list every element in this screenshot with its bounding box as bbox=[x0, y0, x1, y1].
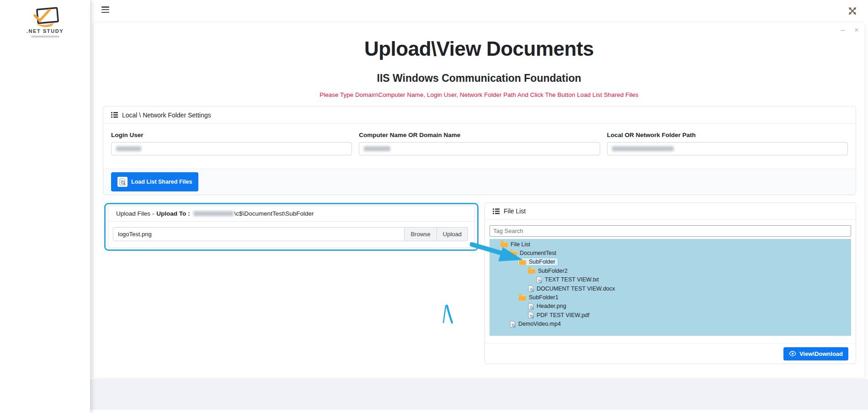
redacted-value bbox=[612, 146, 674, 151]
list-icon bbox=[111, 112, 118, 118]
tree-row: TEXT TEST VIEW.txt bbox=[490, 275, 851, 284]
logo: .NET STUDY bbox=[0, 5, 90, 37]
login-user-label: Login User bbox=[111, 132, 352, 138]
redacted-value bbox=[364, 146, 390, 151]
upload-panel-header: Upload Files - Upload To : \c$\DocumentT… bbox=[108, 206, 474, 222]
file-list-panel: File List File List DocumentTest SubFold bbox=[485, 202, 856, 364]
settings-panel-header: Local \ Network Folder Settings bbox=[103, 106, 856, 124]
folder-icon bbox=[519, 260, 526, 265]
file-preview-icon bbox=[528, 285, 534, 292]
page-subtitle: IIS Windows Communication Foundation bbox=[94, 72, 864, 85]
file-preview-icon bbox=[510, 321, 516, 328]
folder-path-label: Local OR Network Folder Path bbox=[607, 132, 848, 138]
view-download-button[interactable]: View\Download bbox=[783, 347, 848, 360]
browse-button[interactable]: Browse bbox=[405, 227, 437, 241]
redacted-value bbox=[116, 146, 141, 151]
list-icon bbox=[493, 208, 500, 214]
tree-row: SubFolder2 bbox=[490, 266, 851, 275]
tree-node-subfolder1[interactable]: SubFolder1 bbox=[517, 293, 561, 302]
page-title: Upload\View Documents bbox=[94, 37, 864, 60]
folder-icon bbox=[501, 242, 508, 247]
page-footer-strip bbox=[90, 379, 868, 410]
tree-node-label: DemoVideo.mp4 bbox=[518, 321, 561, 327]
computer-name-input[interactable] bbox=[359, 142, 600, 155]
tree-row: DemoVideo.mp4 bbox=[490, 320, 851, 328]
tree-node-label: SubFolder2 bbox=[538, 268, 568, 274]
upload-panel-title: Upload Files - bbox=[116, 210, 154, 217]
tree-row: SubFolder1 bbox=[490, 293, 851, 302]
minimize-button[interactable]: – bbox=[838, 25, 848, 35]
expand-arrows-icon[interactable] bbox=[847, 5, 858, 16]
folder-path-input[interactable] bbox=[607, 142, 848, 155]
network-folder-settings-panel: Local \ Network Folder Settings Login Us… bbox=[103, 106, 856, 195]
instruction-notice: Please Type Domain\Computer Name, Login … bbox=[94, 91, 864, 98]
sidebar: .NET STUDY bbox=[0, 0, 90, 413]
tag-search-input[interactable] bbox=[490, 225, 851, 237]
upload-filename-input[interactable] bbox=[113, 227, 405, 241]
tree-row: File List bbox=[490, 240, 851, 249]
eye-icon bbox=[789, 351, 796, 356]
load-list-shared-files-button[interactable]: Load List Shared Files bbox=[111, 172, 198, 191]
close-button[interactable]: × bbox=[852, 25, 862, 35]
tree-node-subfolder-selected[interactable]: SubFolder bbox=[517, 258, 558, 266]
settings-panel-footer: Load List Shared Files bbox=[103, 169, 856, 195]
search-document-icon bbox=[117, 177, 128, 187]
tree-node-header-png[interactable]: Header.png bbox=[527, 302, 569, 311]
settings-panel-title: Local \ Network Folder Settings bbox=[122, 111, 211, 119]
tree-node-text-test-view[interactable]: TEXT TEST VIEW.txt bbox=[535, 275, 602, 284]
file-list-panel-header: File List bbox=[485, 203, 856, 220]
tree-row: DocumentTest bbox=[490, 249, 851, 257]
folder-icon bbox=[519, 296, 526, 301]
tree-node-demovideo[interactable]: DemoVideo.mp4 bbox=[508, 320, 564, 328]
tree-node-documenttest[interactable]: DocumentTest bbox=[508, 249, 559, 257]
upload-button[interactable]: Upload bbox=[437, 227, 468, 241]
menu-toggle-icon[interactable] bbox=[101, 6, 109, 13]
file-preview-icon bbox=[528, 303, 534, 310]
upload-files-panel: Upload Files - Upload To : \c$\DocumentT… bbox=[108, 206, 475, 248]
computer-name-label: Computer Name OR Domain Name bbox=[359, 132, 600, 138]
tree-node-pdf-test-view[interactable]: PDF TEST VIEW.pdf bbox=[527, 311, 592, 319]
tree-node-label: SubFolder1 bbox=[529, 294, 559, 301]
logo-title: .NET STUDY bbox=[27, 28, 64, 34]
tree-node-label: DOCUMENT TEST VIEW.docx bbox=[537, 286, 615, 292]
upload-to-label: Upload To : bbox=[156, 210, 190, 217]
login-user-input[interactable] bbox=[111, 142, 352, 155]
tree-row: PDF TEST VIEW.pdf bbox=[490, 311, 851, 319]
view-download-label: View\Download bbox=[799, 350, 843, 357]
file-preview-icon bbox=[528, 312, 534, 318]
redacted-computer-name bbox=[193, 211, 234, 216]
net-study-logo-icon bbox=[28, 5, 62, 27]
load-button-label: Load List Shared Files bbox=[131, 179, 192, 185]
tree-node-label: SubFolder bbox=[529, 259, 555, 265]
tree-node-file-list[interactable]: File List bbox=[499, 240, 533, 249]
tree-node-label: File List bbox=[511, 241, 530, 248]
folder-icon bbox=[528, 269, 535, 274]
folder-icon bbox=[510, 251, 517, 256]
tree-row: SubFolder bbox=[490, 258, 851, 266]
tree-node-label: Header.png bbox=[537, 303, 566, 309]
file-list-panel-title: File List bbox=[504, 207, 526, 215]
tree-node-subfolder2[interactable]: SubFolder2 bbox=[527, 267, 570, 275]
file-tree: File List DocumentTest SubFolder SubFold… bbox=[490, 239, 851, 336]
tree-row: Header.png bbox=[490, 302, 851, 311]
file-list-panel-footer: View\Download bbox=[485, 343, 856, 364]
tree-node-label: DocumentTest bbox=[520, 250, 556, 256]
file-preview-icon bbox=[536, 276, 542, 283]
tree-node-label: TEXT TEST VIEW.txt bbox=[545, 276, 599, 283]
logo-tagline bbox=[31, 36, 59, 37]
tree-node-document-test-view[interactable]: DOCUMENT TEST VIEW.docx bbox=[527, 284, 618, 293]
upload-to-path: \c$\DocumentTest\SubFolder bbox=[234, 210, 314, 217]
tree-node-label: PDF TEST VIEW.pdf bbox=[537, 312, 590, 318]
tree-row: DOCUMENT TEST VIEW.docx bbox=[490, 284, 851, 293]
